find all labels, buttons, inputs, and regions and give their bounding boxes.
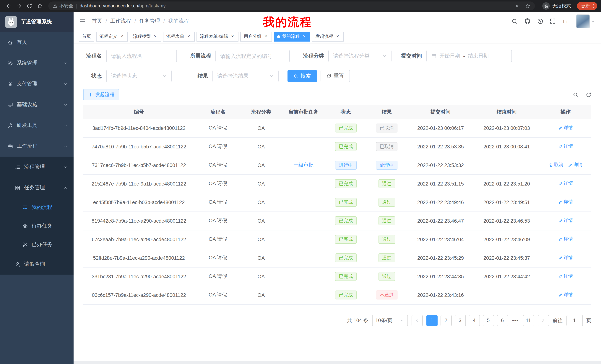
bookmark-star-button[interactable]	[525, 3, 531, 9]
address-bar[interactable]: 不安全 dashboard.yudao.iocoder.cn/bpm/task/…	[48, 1, 535, 10]
fullscreen-button[interactable]	[550, 18, 556, 24]
sidebar-item-infra[interactable]: 基础设施	[0, 94, 74, 115]
sidebar-item-leave-query[interactable]: 请假查询	[0, 254, 74, 275]
detail-link[interactable]: 详情	[558, 144, 573, 150]
cancel-link[interactable]: 取消	[549, 162, 563, 168]
tab-process-model[interactable]: 流程模型×	[130, 32, 161, 41]
close-icon[interactable]: ×	[230, 34, 235, 39]
sidebar-item-my-process[interactable]: 我的流程	[0, 198, 74, 217]
current-task-link[interactable]: 一级审批	[293, 162, 313, 168]
page-size-select[interactable]: 10条/页	[372, 315, 408, 326]
create-process-button[interactable]: 发起流程	[83, 89, 119, 100]
close-icon[interactable]: ×	[263, 34, 269, 39]
sidebar-item-todo-task[interactable]: 待办任务	[0, 217, 74, 235]
browser-back-button[interactable]	[4, 1, 13, 11]
close-icon[interactable]: ×	[335, 34, 340, 39]
close-icon[interactable]: ×	[119, 34, 124, 39]
tab-home[interactable]: 首页	[79, 32, 94, 41]
table-refresh-button[interactable]	[586, 92, 591, 97]
bottom-strip	[74, 361, 601, 364]
sidebar-item-workflow[interactable]: 工作流程	[0, 136, 74, 157]
detail-link[interactable]: 详情	[558, 292, 573, 298]
breadcrumb-item[interactable]: 我的流程	[168, 18, 189, 25]
search-button[interactable]: 搜索	[288, 70, 317, 82]
sidebar-item-system[interactable]: 系统管理	[0, 53, 74, 74]
detail-link[interactable]: 详情	[558, 125, 573, 131]
sidebar-item-task-mgmt[interactable]: 任务管理	[0, 177, 74, 198]
help-button[interactable]	[537, 18, 543, 24]
submit-time-range-picker[interactable]: 开始日期 - 结束日期	[426, 50, 512, 62]
tab-my-process[interactable]: 我的流程×	[274, 32, 310, 41]
font-size-button[interactable]: TT	[562, 18, 568, 24]
detail-link[interactable]: 详情	[558, 199, 573, 205]
close-icon[interactable]: ×	[153, 34, 158, 39]
table-header-row: 编号流程名流程分类当前审批任务状态结果提交时间结束时间操作	[83, 105, 591, 119]
close-icon[interactable]: ×	[186, 34, 191, 39]
tab-user-group[interactable]: 用户分组×	[240, 32, 272, 41]
breadcrumb-item[interactable]: 首页	[92, 18, 102, 25]
password-key-button[interactable]	[516, 3, 521, 9]
browser-forward-button[interactable]	[14, 1, 24, 11]
cell-name: OA 请假	[195, 211, 241, 230]
reset-button[interactable]: 重置	[321, 70, 350, 82]
category-select[interactable]: 请选择流程分类	[328, 50, 391, 62]
detail-link[interactable]: 详情	[558, 218, 573, 224]
goto-page-input[interactable]	[566, 315, 583, 326]
page-button[interactable]: 11	[523, 315, 534, 326]
navbar: 首页/工作流程/任务管理/我的流程 我的流程 TT	[74, 12, 601, 30]
sidebar-item-devtools[interactable]: 研发工具	[0, 115, 74, 136]
tab-start-process[interactable]: 发起流程×	[312, 32, 344, 41]
detail-link[interactable]: 详情	[558, 181, 573, 187]
tab-process-form-edit[interactable]: 流程表单-编辑×	[197, 32, 239, 41]
update-button[interactable]: 更新	[577, 2, 597, 10]
process-name-input[interactable]	[106, 50, 177, 62]
user-menu[interactable]	[576, 14, 595, 28]
breadcrumb-item[interactable]: 工作流程	[110, 18, 131, 25]
page-ellipsis[interactable]: •••	[511, 315, 520, 326]
avatar[interactable]	[576, 14, 590, 28]
breadcrumb-item[interactable]: 任务管理	[139, 18, 160, 25]
toggle-search-button[interactable]	[573, 92, 578, 97]
sidebar-item-home[interactable]: 首页	[0, 32, 74, 53]
page-button[interactable]: 5	[483, 315, 494, 326]
page-button[interactable]: 3	[454, 315, 466, 326]
sidebar-item-done-task[interactable]: 已办任务	[0, 235, 74, 254]
table-row: 03c6c157-7b9a-11ec-a290-acde48001122OA 请…	[83, 286, 591, 304]
tab-label: 发起流程	[315, 33, 333, 40]
parent-process-input[interactable]	[215, 50, 290, 62]
sidebar-toggle-button[interactable]	[80, 18, 86, 24]
page-button[interactable]: 2	[440, 315, 451, 326]
tab-process-definition[interactable]: 流程定义×	[96, 32, 128, 41]
tab-process-form[interactable]: 流程表单×	[163, 32, 195, 41]
chevron-down-icon	[63, 61, 68, 65]
incognito-icon	[544, 3, 549, 8]
next-page-button[interactable]	[538, 315, 549, 326]
cell-submit-time: 2022-01-22 23:45:29	[408, 249, 474, 267]
github-button[interactable]	[524, 18, 531, 25]
page-button[interactable]: 4	[469, 315, 480, 326]
detail-link[interactable]: 详情	[568, 162, 583, 168]
sidebar-item-payment[interactable]: 支付管理	[0, 74, 74, 94]
monitor-icon	[7, 102, 13, 107]
detail-link[interactable]: 详情	[558, 273, 573, 280]
page-button[interactable]: 6	[497, 315, 508, 326]
header-search-button[interactable]	[511, 18, 518, 24]
browser-home-button[interactable]	[35, 1, 45, 11]
plus-icon	[88, 92, 93, 97]
browser-menu-dots-icon[interactable]	[591, 3, 596, 9]
status-select[interactable]: 请选择状态	[106, 70, 172, 82]
close-icon[interactable]: ×	[302, 34, 307, 39]
page-button[interactable]: 1	[426, 315, 437, 326]
detail-link[interactable]: 详情	[558, 236, 573, 242]
sidebar-item-process-mgmt[interactable]: 流程管理	[0, 157, 74, 177]
app-logo-row[interactable]: 芋道管理系统	[0, 12, 74, 32]
prev-page-button[interactable]	[411, 315, 422, 326]
detail-link[interactable]: 详情	[558, 255, 573, 261]
cell-actions: 详情	[540, 249, 591, 267]
browser-reload-button[interactable]	[25, 1, 34, 11]
cell-name: OA 请假	[195, 267, 241, 286]
result-select[interactable]: 请选择流结果	[212, 70, 279, 82]
table-row: 3ad174fb-7b9d-11ec-8404-acde48001122OA 请…	[83, 119, 591, 137]
edit-icon	[568, 163, 572, 167]
breadcrumb-separator: /	[163, 18, 165, 24]
